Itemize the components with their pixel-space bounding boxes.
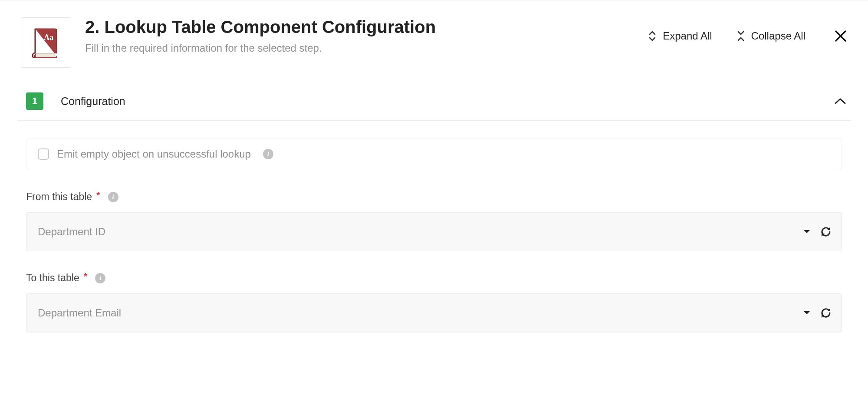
- section-step-badge: 1: [26, 92, 43, 110]
- header-actions: Expand All Collapse All: [648, 17, 847, 43]
- to-table-actions: [803, 308, 832, 318]
- from-table-refresh-button[interactable]: [820, 227, 832, 237]
- emit-empty-label: Emit empty object on unsuccessful lookup: [57, 148, 251, 160]
- chevron-up-icon: [834, 97, 846, 105]
- to-table-select[interactable]: Department Email: [26, 293, 842, 332]
- caret-down-icon: [803, 230, 810, 234]
- from-table-label: From this table: [26, 191, 92, 203]
- header-title-block: 2. Lookup Table Component Configuration …: [85, 17, 648, 54]
- section-collapse-toggle[interactable]: [834, 97, 846, 105]
- expand-all-icon: [648, 30, 657, 42]
- caret-down-icon: [803, 311, 810, 315]
- expand-all-button[interactable]: Expand All: [648, 30, 712, 42]
- info-icon[interactable]: i: [263, 149, 273, 159]
- info-icon[interactable]: i: [95, 273, 105, 283]
- to-table-value: Department Email: [36, 307, 803, 319]
- collapse-all-button[interactable]: Collapse All: [736, 30, 806, 42]
- section-header[interactable]: 1 Configuration: [17, 81, 851, 121]
- emit-empty-checkbox[interactable]: [38, 148, 49, 160]
- section-body: Emit empty object on unsuccessful lookup…: [17, 121, 851, 332]
- panel-body: 1 Configuration Emit empty object on uns…: [0, 81, 868, 332]
- close-icon: [834, 30, 847, 43]
- svg-text:Aa: Aa: [44, 33, 53, 42]
- svg-rect-1: [36, 53, 56, 54]
- from-table-select[interactable]: Department ID: [26, 212, 842, 251]
- collapse-all-label: Collapse All: [751, 30, 806, 42]
- expand-all-label: Expand All: [663, 30, 712, 42]
- from-table-dropdown-toggle[interactable]: [803, 230, 810, 234]
- from-table-value: Department ID: [36, 226, 803, 238]
- collapse-all-icon: [736, 30, 745, 42]
- from-table-field: From this table * i Department ID: [26, 191, 842, 251]
- section-title: Configuration: [61, 95, 834, 108]
- panel-header: Aa 2. Lookup Table Component Configurati…: [0, 0, 868, 81]
- refresh-icon: [820, 308, 832, 318]
- to-table-label-row: To this table * i: [26, 272, 842, 284]
- from-table-actions: [803, 227, 832, 237]
- to-table-field: To this table * i Department Email: [26, 272, 842, 332]
- info-icon[interactable]: i: [108, 192, 118, 202]
- close-button[interactable]: [834, 30, 847, 43]
- component-icon-box: Aa: [21, 17, 71, 68]
- config-panel: Aa 2. Lookup Table Component Configurati…: [0, 0, 868, 395]
- panel-title: 2. Lookup Table Component Configuration: [85, 17, 648, 37]
- dictionary-icon: Aa: [32, 27, 60, 58]
- to-table-dropdown-toggle[interactable]: [803, 311, 810, 315]
- required-indicator: *: [96, 190, 100, 201]
- required-indicator: *: [84, 271, 88, 282]
- from-table-label-row: From this table * i: [26, 191, 842, 203]
- refresh-icon: [820, 227, 832, 237]
- to-table-label: To this table: [26, 272, 79, 284]
- to-table-refresh-button[interactable]: [820, 308, 832, 318]
- emit-empty-row: Emit empty object on unsuccessful lookup…: [26, 138, 842, 170]
- panel-subtitle: Fill in the required information for the…: [85, 42, 648, 54]
